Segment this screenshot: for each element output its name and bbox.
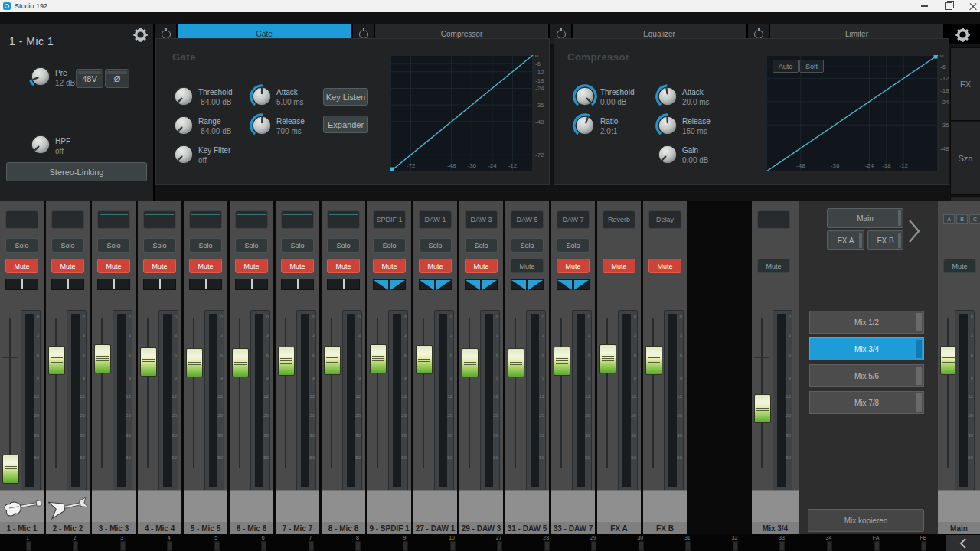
- gate-attack-knob[interactable]: [250, 84, 274, 109]
- channel-display[interactable]: Delay: [648, 210, 681, 229]
- mute-button[interactable]: Mute: [327, 259, 360, 273]
- mute-button[interactable]: Mute: [943, 259, 976, 273]
- scenes-button[interactable]: Szn: [950, 122, 980, 195]
- pan-control[interactable]: [97, 279, 130, 290]
- phase-invert-button[interactable]: Ø: [105, 69, 129, 88]
- fader-handle[interactable]: [599, 344, 616, 373]
- fader-handle[interactable]: [416, 345, 433, 374]
- comp-attack-knob[interactable]: [655, 84, 680, 109]
- mix-bus-mix-7-8[interactable]: Mix 7/8: [809, 391, 924, 414]
- mute-button[interactable]: Mute: [757, 259, 790, 273]
- solo-button[interactable]: Solo: [97, 238, 130, 253]
- mix-bus-mix-1-2[interactable]: Mix 1/2: [809, 311, 924, 334]
- solo-button[interactable]: Solo: [511, 238, 544, 253]
- key-listen-button[interactable]: Key Listen: [323, 88, 368, 106]
- pan-control[interactable]: [327, 279, 360, 290]
- channel-display[interactable]: [235, 210, 268, 229]
- channel-display[interactable]: [189, 210, 222, 229]
- fx-rack-button[interactable]: FX: [950, 47, 980, 121]
- mute-button[interactable]: Mute: [603, 259, 635, 273]
- pan-control[interactable]: [281, 279, 314, 290]
- channel-settings-gear-icon[interactable]: [132, 27, 149, 43]
- layer-button-a[interactable]: A: [943, 214, 955, 224]
- fx-a-bus-button[interactable]: FX A: [827, 230, 864, 250]
- phantom-48v-button[interactable]: 48V: [76, 69, 103, 88]
- hpf-knob[interactable]: [28, 132, 53, 157]
- fader-handle[interactable]: [278, 347, 295, 376]
- channel-display[interactable]: [143, 210, 176, 229]
- mute-button[interactable]: Mute: [97, 259, 130, 273]
- mute-button[interactable]: Mute: [511, 259, 544, 273]
- fader-handle[interactable]: [186, 348, 203, 377]
- mute-button[interactable]: Mute: [557, 259, 590, 273]
- solo-button[interactable]: Solo: [465, 238, 498, 253]
- collapse-left-button[interactable]: [946, 535, 980, 551]
- fader-handle[interactable]: [462, 348, 479, 377]
- mute-button[interactable]: Mute: [235, 259, 268, 273]
- channel-display[interactable]: [757, 210, 790, 229]
- channel-display[interactable]: DAW 1: [419, 210, 452, 229]
- mute-button[interactable]: Mute: [465, 259, 498, 273]
- fader-handle[interactable]: [370, 344, 387, 373]
- pan-control[interactable]: [373, 279, 406, 290]
- restore-button[interactable]: [945, 2, 952, 10]
- solo-button[interactable]: Solo: [373, 238, 406, 253]
- solo-button[interactable]: Solo: [143, 238, 176, 253]
- channel-display[interactable]: DAW 7: [557, 210, 590, 229]
- pan-control[interactable]: [557, 279, 590, 290]
- fader-handle[interactable]: [2, 455, 19, 484]
- solo-button[interactable]: Solo: [327, 238, 360, 253]
- channel-display[interactable]: Reverb: [603, 210, 635, 229]
- mute-button[interactable]: Mute: [648, 259, 681, 273]
- expander-button[interactable]: Expander: [323, 116, 368, 133]
- channel-display[interactable]: SPDIF 1: [373, 210, 406, 229]
- fader-handle[interactable]: [554, 347, 570, 376]
- fader-handle[interactable]: [508, 348, 524, 377]
- gate-threshold-knob[interactable]: [172, 84, 196, 109]
- mix-bus-mix-5-6[interactable]: Mix 5/6: [809, 364, 924, 387]
- mute-button[interactable]: Mute: [189, 259, 222, 273]
- copy-mix-button[interactable]: Mix kopieren: [808, 509, 924, 532]
- mix-bus-mix-3-4[interactable]: Mix 3/4: [809, 337, 924, 360]
- comp-threshold-knob[interactable]: [573, 84, 597, 109]
- preamp-knob[interactable]: [28, 64, 53, 89]
- solo-button[interactable]: Solo: [189, 238, 222, 253]
- fader-handle[interactable]: [324, 346, 341, 375]
- pan-control[interactable]: [5, 279, 38, 290]
- layer-button-c[interactable]: C: [969, 214, 980, 224]
- solo-button[interactable]: Solo: [557, 238, 590, 253]
- channel-display[interactable]: [5, 210, 38, 229]
- fader-handle[interactable]: [754, 394, 771, 423]
- layer-button-b[interactable]: B: [956, 214, 968, 224]
- solo-button[interactable]: Solo: [235, 238, 268, 253]
- solo-button[interactable]: Solo: [419, 238, 452, 253]
- mute-button[interactable]: Mute: [281, 259, 314, 273]
- comp-gain-knob[interactable]: [655, 142, 680, 167]
- channel-display[interactable]: [281, 210, 314, 229]
- fader-handle[interactable]: [645, 346, 662, 375]
- chevron-right-icon[interactable]: [906, 216, 923, 246]
- mute-button[interactable]: Mute: [373, 259, 406, 273]
- pan-control[interactable]: [465, 279, 498, 290]
- mute-button[interactable]: Mute: [143, 259, 176, 273]
- fx-b-bus-button[interactable]: FX B: [867, 230, 903, 250]
- pan-control[interactable]: [51, 279, 84, 290]
- solo-button[interactable]: Solo: [51, 238, 84, 253]
- pan-control[interactable]: [189, 279, 222, 290]
- gate-keyfilter-knob[interactable]: [172, 142, 196, 167]
- pan-control[interactable]: [419, 279, 452, 290]
- comp-ratio-knob[interactable]: [573, 113, 597, 138]
- pan-control[interactable]: [143, 279, 176, 290]
- solo-button[interactable]: Solo: [5, 238, 38, 253]
- comp-auto-button[interactable]: Auto: [773, 60, 799, 73]
- pan-control[interactable]: [235, 279, 268, 290]
- fader-handle[interactable]: [232, 348, 249, 377]
- channel-display[interactable]: DAW 3: [465, 210, 498, 229]
- solo-button[interactable]: Solo: [281, 238, 314, 253]
- channel-display[interactable]: DAW 5: [511, 210, 544, 229]
- mute-button[interactable]: Mute: [5, 259, 38, 273]
- mute-button[interactable]: Mute: [51, 259, 84, 273]
- minimize-button[interactable]: [921, 5, 928, 7]
- fader-handle[interactable]: [48, 346, 65, 375]
- channel-display[interactable]: [327, 210, 360, 229]
